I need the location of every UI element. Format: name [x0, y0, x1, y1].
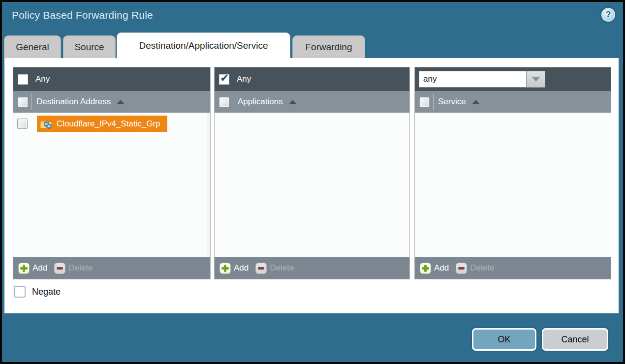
- tab-forwarding[interactable]: Forwarding: [292, 35, 365, 58]
- applications-list: [215, 113, 409, 257]
- destination-address-panel: Any Destination Address: [13, 67, 211, 279]
- destination-select-all-checkbox[interactable]: [18, 97, 28, 107]
- destination-address-name: Cloudflare_IPv4_Static_Grp: [57, 119, 160, 129]
- service-delete-button[interactable]: Delete: [470, 263, 494, 273]
- tab-label: Source: [74, 42, 104, 53]
- destination-any-bar: Any: [13, 67, 210, 91]
- service-dropdown-bar: any: [415, 67, 611, 91]
- tab-label: Destination/Application/Service: [139, 40, 268, 51]
- delete-icon[interactable]: [255, 263, 267, 274]
- list-item[interactable]: Cloudflare_IPv4_Static_Grp: [13, 113, 210, 132]
- sort-ascending-icon[interactable]: [472, 100, 480, 104]
- row-checkbox[interactable]: [17, 119, 28, 129]
- delete-icon[interactable]: [456, 263, 467, 274]
- applications-add-button[interactable]: Add: [234, 263, 249, 273]
- tab-general[interactable]: General: [4, 35, 61, 58]
- header-separator: [31, 93, 32, 110]
- address-group-icon: [40, 119, 53, 129]
- service-mode-value[interactable]: any: [419, 71, 527, 88]
- destination-header-label: Destination Address: [36, 97, 111, 107]
- destination-list: Cloudflare_IPv4_Static_Grp: [13, 113, 210, 257]
- help-icon[interactable]: ?: [601, 8, 615, 22]
- negate-label: Negate: [32, 287, 61, 297]
- applications-header-label: Applications: [238, 97, 283, 107]
- applications-delete-button[interactable]: Delete: [270, 263, 294, 273]
- service-header-label: Service: [438, 97, 466, 107]
- negate-checkbox[interactable]: [14, 286, 26, 298]
- scrollbar-track[interactable]: [207, 113, 210, 257]
- chevron-down-icon: [531, 77, 540, 82]
- ok-button[interactable]: OK: [472, 328, 536, 351]
- negate-row: Negate: [14, 286, 61, 298]
- add-icon[interactable]: [420, 263, 431, 274]
- delete-icon[interactable]: [54, 263, 65, 274]
- destination-add-button[interactable]: Add: [32, 263, 47, 273]
- service-list: [415, 113, 611, 257]
- tab-label: Forwarding: [305, 42, 352, 53]
- service-select-all-checkbox[interactable]: [419, 97, 430, 107]
- add-icon[interactable]: [219, 263, 231, 274]
- cancel-button[interactable]: Cancel: [542, 328, 608, 351]
- service-panel: any Service Add Delete: [414, 67, 611, 279]
- header-separator: [233, 93, 233, 110]
- applications-column-header[interactable]: Applications: [215, 91, 409, 113]
- destination-any-checkbox[interactable]: [18, 74, 28, 85]
- tab-source[interactable]: Source: [63, 35, 116, 58]
- applications-panel: Any Applications Add Delete: [214, 67, 410, 279]
- destination-delete-button[interactable]: Delete: [68, 263, 93, 273]
- destination-address-entry[interactable]: Cloudflare_IPv4_Static_Grp: [37, 116, 167, 132]
- service-column-header[interactable]: Service: [415, 91, 611, 113]
- destination-footer: Add Delete: [13, 257, 210, 279]
- sort-ascending-icon[interactable]: [117, 100, 125, 104]
- service-mode-dropdown[interactable]: any: [419, 71, 545, 88]
- applications-footer: Add Delete: [215, 257, 409, 279]
- applications-select-all-checkbox[interactable]: [219, 97, 229, 107]
- destination-any-label: Any: [35, 74, 50, 84]
- policy-based-forwarding-dialog: Policy Based Forwarding Rule ? General S…: [0, 0, 625, 364]
- tab-label: General: [16, 42, 49, 53]
- header-separator: [433, 93, 434, 110]
- dialog-title: Policy Based Forwarding Rule: [12, 9, 153, 21]
- sort-ascending-icon[interactable]: [289, 100, 297, 104]
- applications-any-checkbox[interactable]: [219, 74, 229, 85]
- add-icon[interactable]: [18, 263, 30, 274]
- applications-any-bar: Any: [215, 67, 409, 91]
- dropdown-button[interactable]: [527, 71, 545, 88]
- service-add-button[interactable]: Add: [434, 263, 449, 273]
- destination-column-header[interactable]: Destination Address: [13, 91, 210, 113]
- service-footer: Add Delete: [415, 257, 611, 279]
- tab-destination-application-service[interactable]: Destination/Application/Service: [117, 32, 290, 58]
- applications-any-label: Any: [237, 74, 251, 84]
- tab-content: Any Destination Address: [4, 58, 619, 313]
